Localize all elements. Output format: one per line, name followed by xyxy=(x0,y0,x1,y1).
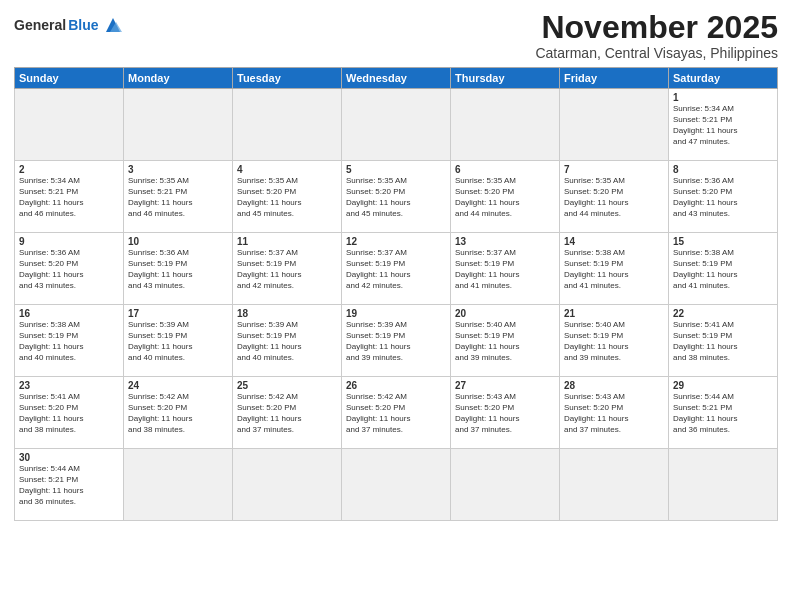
table-cell: 14Sunrise: 5:38 AM Sunset: 5:19 PM Dayli… xyxy=(560,233,669,305)
day-content: Sunrise: 5:36 AM Sunset: 5:20 PM Dayligh… xyxy=(19,248,119,291)
header: General Blue November 2025 Catarman, Cen… xyxy=(14,10,778,61)
day-number: 12 xyxy=(346,236,446,247)
day-content: Sunrise: 5:39 AM Sunset: 5:19 PM Dayligh… xyxy=(128,320,228,363)
table-cell: 11Sunrise: 5:37 AM Sunset: 5:19 PM Dayli… xyxy=(233,233,342,305)
day-number: 16 xyxy=(19,308,119,319)
table-cell xyxy=(669,449,778,521)
day-content: Sunrise: 5:34 AM Sunset: 5:21 PM Dayligh… xyxy=(19,176,119,219)
table-cell xyxy=(451,89,560,161)
header-saturday: Saturday xyxy=(669,68,778,89)
table-cell xyxy=(342,89,451,161)
day-content: Sunrise: 5:35 AM Sunset: 5:20 PM Dayligh… xyxy=(455,176,555,219)
logo-icon xyxy=(102,14,124,36)
table-cell: 20Sunrise: 5:40 AM Sunset: 5:19 PM Dayli… xyxy=(451,305,560,377)
day-content: Sunrise: 5:35 AM Sunset: 5:21 PM Dayligh… xyxy=(128,176,228,219)
calendar-table: Sunday Monday Tuesday Wednesday Thursday… xyxy=(14,67,778,521)
day-number: 24 xyxy=(128,380,228,391)
header-thursday: Thursday xyxy=(451,68,560,89)
table-cell: 7Sunrise: 5:35 AM Sunset: 5:20 PM Daylig… xyxy=(560,161,669,233)
table-cell: 17Sunrise: 5:39 AM Sunset: 5:19 PM Dayli… xyxy=(124,305,233,377)
page: General Blue November 2025 Catarman, Cen… xyxy=(0,0,792,612)
day-content: Sunrise: 5:40 AM Sunset: 5:19 PM Dayligh… xyxy=(455,320,555,363)
day-content: Sunrise: 5:36 AM Sunset: 5:20 PM Dayligh… xyxy=(673,176,773,219)
day-content: Sunrise: 5:44 AM Sunset: 5:21 PM Dayligh… xyxy=(19,464,119,507)
table-cell xyxy=(124,89,233,161)
day-content: Sunrise: 5:38 AM Sunset: 5:19 PM Dayligh… xyxy=(19,320,119,363)
table-cell: 22Sunrise: 5:41 AM Sunset: 5:19 PM Dayli… xyxy=(669,305,778,377)
day-number: 17 xyxy=(128,308,228,319)
day-content: Sunrise: 5:41 AM Sunset: 5:20 PM Dayligh… xyxy=(19,392,119,435)
calendar-row: 30Sunrise: 5:44 AM Sunset: 5:21 PM Dayli… xyxy=(15,449,778,521)
calendar-row: 2Sunrise: 5:34 AM Sunset: 5:21 PM Daylig… xyxy=(15,161,778,233)
table-cell: 10Sunrise: 5:36 AM Sunset: 5:19 PM Dayli… xyxy=(124,233,233,305)
day-content: Sunrise: 5:41 AM Sunset: 5:19 PM Dayligh… xyxy=(673,320,773,363)
day-number: 22 xyxy=(673,308,773,319)
table-cell: 16Sunrise: 5:38 AM Sunset: 5:19 PM Dayli… xyxy=(15,305,124,377)
day-number: 5 xyxy=(346,164,446,175)
table-cell: 5Sunrise: 5:35 AM Sunset: 5:20 PM Daylig… xyxy=(342,161,451,233)
table-cell: 19Sunrise: 5:39 AM Sunset: 5:19 PM Dayli… xyxy=(342,305,451,377)
header-tuesday: Tuesday xyxy=(233,68,342,89)
day-content: Sunrise: 5:39 AM Sunset: 5:19 PM Dayligh… xyxy=(346,320,446,363)
day-content: Sunrise: 5:37 AM Sunset: 5:19 PM Dayligh… xyxy=(237,248,337,291)
day-number: 30 xyxy=(19,452,119,463)
table-cell: 21Sunrise: 5:40 AM Sunset: 5:19 PM Dayli… xyxy=(560,305,669,377)
day-number: 7 xyxy=(564,164,664,175)
calendar-row: 9Sunrise: 5:36 AM Sunset: 5:20 PM Daylig… xyxy=(15,233,778,305)
table-cell: 26Sunrise: 5:42 AM Sunset: 5:20 PM Dayli… xyxy=(342,377,451,449)
table-cell xyxy=(233,89,342,161)
location-title: Catarman, Central Visayas, Philippines xyxy=(535,45,778,61)
month-title: November 2025 xyxy=(535,10,778,45)
day-content: Sunrise: 5:35 AM Sunset: 5:20 PM Dayligh… xyxy=(237,176,337,219)
table-cell xyxy=(233,449,342,521)
day-number: 15 xyxy=(673,236,773,247)
table-cell: 2Sunrise: 5:34 AM Sunset: 5:21 PM Daylig… xyxy=(15,161,124,233)
day-content: Sunrise: 5:42 AM Sunset: 5:20 PM Dayligh… xyxy=(128,392,228,435)
day-content: Sunrise: 5:37 AM Sunset: 5:19 PM Dayligh… xyxy=(346,248,446,291)
table-cell: 27Sunrise: 5:43 AM Sunset: 5:20 PM Dayli… xyxy=(451,377,560,449)
day-number: 19 xyxy=(346,308,446,319)
title-area: November 2025 Catarman, Central Visayas,… xyxy=(535,10,778,61)
table-cell xyxy=(560,449,669,521)
day-number: 8 xyxy=(673,164,773,175)
day-content: Sunrise: 5:35 AM Sunset: 5:20 PM Dayligh… xyxy=(346,176,446,219)
day-content: Sunrise: 5:35 AM Sunset: 5:20 PM Dayligh… xyxy=(564,176,664,219)
table-cell: 1Sunrise: 5:34 AM Sunset: 5:21 PM Daylig… xyxy=(669,89,778,161)
table-cell: 4Sunrise: 5:35 AM Sunset: 5:20 PM Daylig… xyxy=(233,161,342,233)
table-cell: 18Sunrise: 5:39 AM Sunset: 5:19 PM Dayli… xyxy=(233,305,342,377)
table-cell: 30Sunrise: 5:44 AM Sunset: 5:21 PM Dayli… xyxy=(15,449,124,521)
calendar-row: 23Sunrise: 5:41 AM Sunset: 5:20 PM Dayli… xyxy=(15,377,778,449)
day-content: Sunrise: 5:34 AM Sunset: 5:21 PM Dayligh… xyxy=(673,104,773,147)
table-cell: 24Sunrise: 5:42 AM Sunset: 5:20 PM Dayli… xyxy=(124,377,233,449)
day-number: 20 xyxy=(455,308,555,319)
logo-blue-text: Blue xyxy=(68,17,98,33)
table-cell xyxy=(124,449,233,521)
day-number: 28 xyxy=(564,380,664,391)
table-cell: 29Sunrise: 5:44 AM Sunset: 5:21 PM Dayli… xyxy=(669,377,778,449)
day-content: Sunrise: 5:43 AM Sunset: 5:20 PM Dayligh… xyxy=(564,392,664,435)
logo: General Blue xyxy=(14,10,124,36)
logo-general-text: General xyxy=(14,17,66,33)
header-monday: Monday xyxy=(124,68,233,89)
day-content: Sunrise: 5:36 AM Sunset: 5:19 PM Dayligh… xyxy=(128,248,228,291)
day-content: Sunrise: 5:43 AM Sunset: 5:20 PM Dayligh… xyxy=(455,392,555,435)
day-number: 29 xyxy=(673,380,773,391)
table-cell xyxy=(560,89,669,161)
day-number: 4 xyxy=(237,164,337,175)
day-number: 21 xyxy=(564,308,664,319)
day-number: 3 xyxy=(128,164,228,175)
table-cell: 3Sunrise: 5:35 AM Sunset: 5:21 PM Daylig… xyxy=(124,161,233,233)
table-cell: 9Sunrise: 5:36 AM Sunset: 5:20 PM Daylig… xyxy=(15,233,124,305)
calendar-row: 1Sunrise: 5:34 AM Sunset: 5:21 PM Daylig… xyxy=(15,89,778,161)
table-cell: 12Sunrise: 5:37 AM Sunset: 5:19 PM Dayli… xyxy=(342,233,451,305)
table-cell: 15Sunrise: 5:38 AM Sunset: 5:19 PM Dayli… xyxy=(669,233,778,305)
day-number: 9 xyxy=(19,236,119,247)
day-content: Sunrise: 5:40 AM Sunset: 5:19 PM Dayligh… xyxy=(564,320,664,363)
table-cell: 28Sunrise: 5:43 AM Sunset: 5:20 PM Dayli… xyxy=(560,377,669,449)
day-number: 6 xyxy=(455,164,555,175)
day-number: 10 xyxy=(128,236,228,247)
day-number: 2 xyxy=(19,164,119,175)
table-cell: 8Sunrise: 5:36 AM Sunset: 5:20 PM Daylig… xyxy=(669,161,778,233)
day-number: 25 xyxy=(237,380,337,391)
table-cell xyxy=(342,449,451,521)
